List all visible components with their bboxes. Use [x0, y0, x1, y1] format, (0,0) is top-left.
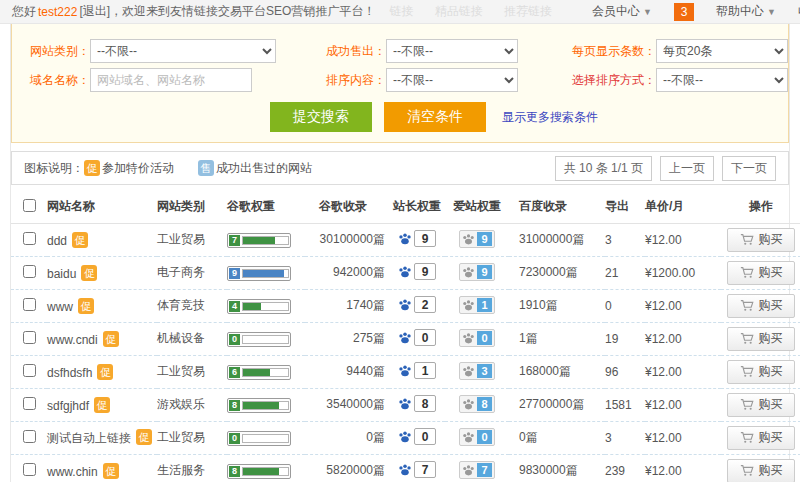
- per-page-label: 每页显示条数：: [544, 43, 656, 60]
- chinaz-weight-widget: 9: [398, 230, 436, 247]
- site-category: 工业贸易: [157, 430, 205, 444]
- clear-filters-button[interactable]: 清空条件: [384, 102, 486, 132]
- prev-page-button[interactable]: 上一页: [660, 156, 714, 181]
- site-category-label: 网站类别：: [12, 43, 90, 60]
- cart-icon: [740, 233, 754, 246]
- buy-button-label: 购买: [759, 396, 783, 413]
- row-checkbox[interactable]: [23, 232, 36, 245]
- buy-button[interactable]: 购买: [727, 360, 795, 384]
- header-action: 操作: [721, 191, 800, 223]
- domain-name-input[interactable]: [90, 68, 252, 92]
- paw-icon: [398, 430, 412, 444]
- sold-status-select[interactable]: --不限--: [386, 39, 518, 63]
- main-content: 网站类别： --不限-- 成功售出： --不限-- 每页显示条数： 每页20条 …: [10, 24, 790, 482]
- buy-button[interactable]: 购买: [727, 426, 795, 450]
- select-all-checkbox[interactable]: [23, 199, 36, 212]
- google-pr-value: 7: [229, 235, 240, 246]
- chinaz-weight-value: 0: [414, 329, 436, 346]
- google-pr-value: 0: [229, 433, 240, 444]
- google-pr-bar: [242, 335, 289, 344]
- paw-icon: [398, 298, 412, 312]
- buy-button-label: 购买: [759, 330, 783, 347]
- chinaz-weight-value: 9: [414, 263, 436, 280]
- buy-button[interactable]: 购买: [727, 294, 795, 318]
- export-count: 0: [605, 299, 612, 313]
- aizhan-weight-value: 9: [477, 232, 492, 246]
- header-google-index: 谷歌收录: [305, 191, 389, 223]
- sites-table: 网站名称 网站类别 谷歌权重 谷歌收录 站长权重 爱站权重 百度收录 导出 单价…: [11, 191, 800, 482]
- buy-button[interactable]: 购买: [727, 261, 795, 285]
- next-page-button[interactable]: 下一页: [722, 156, 776, 181]
- sort-mode-select[interactable]: --不限--: [656, 68, 788, 92]
- site-name-link[interactable]: www: [47, 300, 73, 314]
- aizhan-weight-value: 8: [477, 397, 492, 411]
- site-name-link[interactable]: baidu: [47, 267, 76, 281]
- site-name-link[interactable]: 测试自动上链接: [47, 431, 131, 445]
- buy-button[interactable]: 购买: [727, 228, 795, 252]
- chinaz-weight-value: 8: [414, 395, 436, 412]
- buy-button[interactable]: 购买: [727, 393, 795, 417]
- aizhan-weight-widget: 0: [459, 329, 495, 347]
- buy-button[interactable]: 购买: [727, 327, 795, 351]
- message-count-badge[interactable]: 3: [674, 3, 694, 21]
- google-pr-bar: [242, 236, 289, 245]
- google-pr-bar: [242, 368, 289, 377]
- row-checkbox[interactable]: [23, 298, 36, 311]
- google-index-count: 5820000篇: [326, 463, 385, 477]
- table-row: baidu促 电子商务 9 942000篇 9 9: [11, 256, 800, 289]
- table-row: 测试自动上链接促 工业贸易 0 0篇 0 0: [11, 421, 800, 454]
- paw-icon: [462, 266, 475, 279]
- price-per-month: ¥1200.00: [645, 266, 695, 280]
- header-export: 导出: [605, 191, 645, 223]
- header-aizhan-weight: 爱站权重: [445, 191, 509, 223]
- sort-content-select[interactable]: --不限--: [386, 68, 518, 92]
- site-category: 游戏娱乐: [157, 397, 205, 411]
- site-name-link[interactable]: dsfhdsfh: [47, 366, 92, 380]
- paw-icon: [398, 232, 412, 246]
- google-pr-meter: 4: [227, 299, 291, 314]
- topbar: 您好 test222 [退出] ，欢迎来到友情链接交易平台SEO营销推广平台！ …: [0, 0, 800, 24]
- logout-link[interactable]: [退出]: [79, 3, 110, 20]
- header-price: 单价/月: [645, 191, 721, 223]
- promo-badge-icon: 促: [78, 298, 94, 314]
- row-checkbox[interactable]: [23, 364, 36, 377]
- paw-icon: [398, 364, 412, 378]
- site-name-link[interactable]: www.chin: [47, 465, 98, 479]
- buy-button-label: 购买: [759, 231, 783, 248]
- site-name-link[interactable]: sdfgjhdf: [47, 399, 89, 413]
- google-pr-bar: [242, 434, 289, 443]
- aizhan-weight-value: 7: [477, 463, 492, 477]
- submit-search-button[interactable]: 提交搜索: [270, 102, 372, 132]
- row-checkbox[interactable]: [23, 463, 36, 476]
- aizhan-weight-widget: 9: [459, 263, 495, 281]
- buy-button[interactable]: 购买: [727, 459, 795, 482]
- row-checkbox[interactable]: [23, 331, 36, 344]
- price-per-month: ¥12.00: [645, 431, 682, 445]
- more-filters-link[interactable]: 显示更多搜索条件: [502, 109, 598, 126]
- google-index-count: 0篇: [366, 430, 385, 444]
- sort-content-label: 排序内容：: [294, 72, 386, 89]
- paw-icon: [462, 233, 475, 246]
- site-name-link[interactable]: www.cndi: [47, 333, 98, 347]
- site-category-select[interactable]: --不限--: [90, 39, 276, 63]
- google-pr-value: 8: [229, 400, 240, 411]
- promo-legend-text: 参加特价活动: [102, 160, 174, 177]
- faded-nav-item: 推荐链接: [504, 4, 552, 18]
- site-category: 工业贸易: [157, 364, 205, 378]
- table-row: dsfhdsfh促 工业贸易 6 9440篇 1 3: [11, 355, 800, 388]
- site-name-link[interactable]: ddd: [47, 234, 67, 248]
- legend-bar: 图标说明： 促 参加特价活动 售 成功出售过的网站 共 10 条 1/1 页 上…: [11, 151, 789, 185]
- google-pr-meter: 0: [227, 332, 291, 347]
- member-center-menu[interactable]: 会员中心▼: [592, 3, 652, 20]
- baidu-index-count: 168000篇: [519, 364, 571, 378]
- domain-name-label: 域名名称：: [12, 72, 90, 89]
- table-row: www.chin促 生活服务 8 5820000篇 7 7: [11, 454, 800, 482]
- row-checkbox[interactable]: [23, 265, 36, 278]
- google-pr-meter: 0: [227, 431, 291, 446]
- row-checkbox[interactable]: [23, 397, 36, 410]
- baidu-index-count: 0篇: [519, 430, 538, 444]
- help-center-menu[interactable]: 帮助中心▼: [716, 3, 776, 20]
- chinaz-weight-value: 1: [414, 362, 436, 379]
- per-page-select[interactable]: 每页20条: [656, 39, 788, 63]
- row-checkbox[interactable]: [23, 430, 36, 443]
